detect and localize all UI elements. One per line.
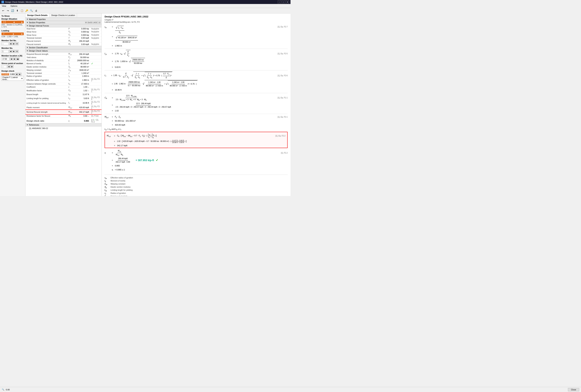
references-arrow: ▼ [26, 124, 28, 126]
section-material-properties[interactable]: ▼ Material Properties [26, 17, 102, 21]
tool-back[interactable]: ↩ [1, 9, 5, 13]
right-panel: Design Check FF4100 | AISC 360 | 2022 Ch… [102, 13, 290, 196]
member-no-next[interactable]: ▶ [12, 50, 15, 53]
formula-lr-block: Lr = 1.95 · rts · E 0.7 · Fy · √ J · c S… [104, 71, 288, 92]
close-window-button[interactable]: ✕ [286, 0, 289, 4]
tab-design-checks-location[interactable]: Design Checks in Location [50, 13, 77, 17]
material-arrow: ▼ [26, 18, 28, 20]
formula-rts-block: rts = √Iz · Cw Sy [1], Eq. F2-7 = √40. [104, 25, 288, 47]
stress-next[interactable]: ▶ [10, 65, 14, 68]
legend-sym-1: rts [104, 177, 109, 179]
tool-print[interactable]: 🖨 [34, 9, 38, 13]
legend-row-2: Iz Moment of inertia [104, 180, 288, 182]
check-values-table: Required flexural strength Mr,y 266.44 k… [26, 52, 102, 118]
cv-val-15: 16.96 ft [75, 101, 90, 105]
legend-sym-3: Cw [104, 183, 109, 185]
menu-options[interactable]: Options [10, 4, 18, 7]
tool-forward[interactable]: ↪ [6, 9, 10, 13]
tool-key[interactable]: 🔑 [25, 9, 29, 13]
table-row: Torsional constant J 1.240 in⁴ [26, 72, 102, 74]
section-references[interactable]: ▼ References [26, 123, 102, 126]
section-design-check-values[interactable]: ▼ Design Check Values [26, 49, 102, 52]
tool-copy[interactable]: 📋 [20, 9, 24, 13]
eta-result-eq: = [112, 164, 113, 168]
stress-point-input[interactable] [2, 65, 7, 68]
member-no-input[interactable] [2, 50, 9, 53]
mny-result: 342.17 kipft [117, 144, 127, 147]
legend-section: rts Effective radius of gyration Iz Mome… [104, 175, 288, 196]
cv-val-16: 420.83 kipft [75, 105, 90, 110]
member-set-next[interactable]: ▶ [12, 42, 15, 45]
cv-name-16: Plastic moment [26, 105, 67, 110]
force-note-6: Negligible [90, 43, 102, 46]
tool-up[interactable]: ⬆ [15, 9, 19, 13]
situation-nav-prev[interactable]: ◀ [13, 21, 14, 23]
situation-badge[interactable]: 2.3 ◀ ▶ [2, 21, 24, 23]
cv-val-8: 1.650 in [75, 74, 90, 78]
cv-ref-1 [90, 52, 102, 56]
member-set-nav: ◀ ▶ ⊕ [2, 42, 24, 45]
lp-formula: 1.76 · rts · √ E Fy [115, 50, 130, 57]
maximize-button[interactable]: □ [282, 0, 285, 4]
cv-name-1: Required flexural strength [26, 52, 67, 56]
design-check-dropdown[interactable]: Chapter F | Lateral-torsio... ▼ [2, 76, 24, 81]
section-classification[interactable]: ▼ Section Classification [26, 46, 102, 49]
member-no-action[interactable]: ⊕ [16, 50, 18, 53]
member-no-prev[interactable]: ◀ [9, 50, 12, 53]
mpy-eq1: = [112, 115, 113, 119]
cv-sym-6: Cw [67, 68, 75, 72]
cv-val-17: 342.17 kipft [75, 110, 90, 114]
design-check-next[interactable]: ▶ [18, 73, 22, 76]
force-note-2: Negligible [90, 30, 102, 33]
loading-label: Loading [2, 29, 24, 32]
cb-label: Cb [104, 96, 110, 100]
table-row: Warping constant Cw 3040.00 in⁶ [26, 68, 102, 72]
eq-equals: = [112, 25, 113, 29]
member-set-input[interactable] [2, 42, 9, 45]
cv-sym-8: rz [67, 74, 75, 78]
lr-result: 16.96 ft [115, 88, 122, 92]
member-set-action[interactable]: ⊕ [16, 42, 18, 45]
member-set-prev[interactable]: ◀ [9, 42, 12, 45]
cv-ref-13 [90, 93, 102, 96]
tool-zoom[interactable]: 🔍 [30, 9, 34, 13]
legend-sym-4: Sy [104, 186, 109, 189]
tab-design-check-details[interactable]: Design Check Details [26, 13, 50, 17]
section-design-internal-forces[interactable]: ▼ Design Internal Forces [26, 24, 102, 27]
classification-arrow: ▼ [26, 47, 28, 48]
table-row: Plastic moment Mp,y 420.83 kipft [1], Eq… [26, 105, 102, 110]
section-section-properties[interactable]: ▼ Section Properties W 18x50 | AISC 16 [26, 21, 102, 24]
cv-sym-10: ho [67, 82, 75, 85]
loading-nav-next[interactable]: ▶ [22, 33, 23, 35]
design-check-prev[interactable]: ◀ [15, 73, 18, 76]
member-location-prev[interactable]: ◀ [10, 57, 13, 60]
formula-lp-block: Lp = 1.76 · rts · √ E Fy [1], Eq. F2-5 =… [104, 50, 288, 69]
member-location-action[interactable]: ◀▶ [16, 57, 19, 60]
table-row: Moment of inertia Iz 40.100 in⁴ ✓ [26, 62, 102, 65]
chapter-f: Chapter F [104, 19, 114, 21]
loading-badge[interactable]: 2 ◀ ▶ [2, 32, 24, 35]
cv-sym-17: Mn,y [67, 110, 75, 114]
minimize-button[interactable]: ─ [278, 0, 281, 4]
lr-ref: [1], Eq. F2-6 [278, 74, 288, 77]
situation-nav-next[interactable]: ▶ [22, 21, 23, 23]
mpy-ref: [1], Eq. F2-1 [278, 115, 288, 119]
tool-refresh[interactable]: 🔄 [10, 9, 14, 13]
cv-name-3: Modulus of elasticity [26, 59, 67, 62]
cv-ref-10 [90, 82, 102, 85]
force-name-3: Shear force [26, 33, 67, 37]
loading-nav-prev[interactable]: ◀ [12, 33, 14, 35]
force-sym-1: P [67, 27, 75, 30]
member-location-input[interactable] [2, 58, 10, 60]
design-check-label: Design check [2, 70, 24, 72]
force-val-1: 0.000 kip [75, 27, 90, 30]
eta-condition-val: = 0.865 ≤ 1· [115, 168, 125, 172]
design-check-nav: FF4100 0.865 ◀ ▶ [2, 73, 24, 76]
stress-prev[interactable]: ◀ [7, 65, 10, 68]
table-row: Flexural moment My 266.44 kipft [26, 39, 102, 43]
eta-fraction-1: Mr,y Mn,y · Φb [115, 149, 124, 157]
member-set-label: Member Set No. [2, 39, 24, 41]
stress-point-label: Stress point of section [2, 62, 24, 64]
member-location-next[interactable]: ▶ [13, 57, 16, 60]
menu-view[interactable]: View [1, 4, 7, 7]
